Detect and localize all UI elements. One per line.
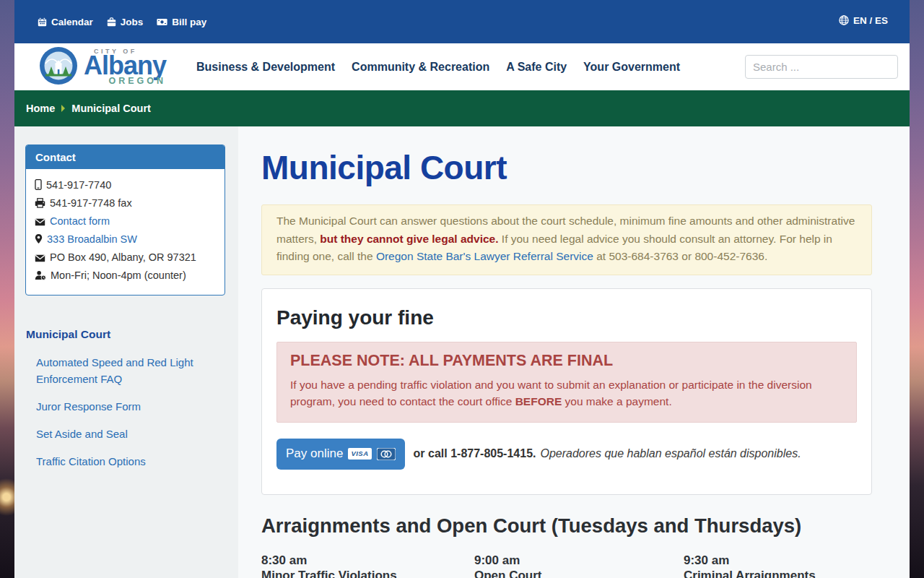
sidebar-item-automated-speed-faq[interactable]: Automated Speed and Red Light Enforcemen… — [36, 354, 208, 387]
pay-row: Pay online VISA or call 1-877-805-1415. … — [276, 439, 857, 470]
briefcase-icon — [107, 17, 116, 27]
fax-icon — [35, 197, 45, 213]
breadcrumb-home-link[interactable]: Home — [26, 103, 55, 114]
pay-phone-text: or call 1-877-805-1415. — [414, 447, 536, 460]
arraignments-heading: Arraignments and Open Court (Tuesdays an… — [261, 514, 872, 538]
slot-time: 8:30 am — [261, 553, 474, 568]
map-marker-icon — [35, 233, 43, 249]
sidebar-item-juror-response-form[interactable]: Juror Response Form — [36, 398, 208, 415]
mobile-phone-icon — [35, 178, 42, 195]
topbar-link-label: Jobs — [121, 17, 144, 27]
sidebar-item-set-aside-and-seal[interactable]: Set Aside and Seal — [36, 426, 208, 442]
topbar: Calendar Jobs Bill pay EN / ES — [14, 0, 910, 43]
logo-text: CITY OF Albany OREGON — [84, 48, 166, 86]
alert-body: If you have a pending traffic violation … — [290, 376, 843, 410]
notice-text: at 503-684-3763 or 800-452-7636. — [593, 250, 767, 262]
globe-icon — [839, 15, 849, 25]
nav-your-government[interactable]: Your Government — [583, 61, 680, 74]
topbar-link-jobs[interactable]: Jobs — [107, 17, 144, 27]
legal-notice: The Municipal Court can answer questions… — [261, 204, 872, 275]
alert-text: you make a payment. — [562, 395, 672, 407]
language-toggle[interactable]: EN / ES — [839, 15, 888, 26]
contact-fax: 541-917-7748 fax — [35, 195, 216, 213]
paying-fine-heading: Paying your fine — [276, 306, 857, 329]
contact-pobox-row: PO Box 490, Albany, OR 97321 — [35, 249, 216, 267]
logo-name: Albany — [84, 55, 166, 77]
sidebar-item-traffic-citation-options[interactable]: Traffic Citation Options — [36, 453, 208, 470]
visa-icon: VISA — [348, 448, 371, 460]
page-wrapper: Calendar Jobs Bill pay EN / ES — [14, 0, 910, 578]
albany-seal-icon — [39, 46, 78, 88]
language-label: EN / ES — [853, 15, 888, 26]
mastercard-icon — [377, 448, 396, 460]
breadcrumb-arrow-icon — [61, 105, 65, 112]
alert-title: PLEASE NOTE: ALL PAYMENTS ARE FINAL — [290, 352, 843, 370]
paying-fine-card: Paying your fine PLEASE NOTE: ALL PAYMEN… — [261, 288, 872, 495]
nav-community-recreation[interactable]: Community & Recreation — [352, 61, 489, 74]
contact-phone-text: 541-917-7740 — [46, 179, 111, 191]
envelope-icon — [35, 251, 45, 267]
bill-icon — [157, 17, 167, 27]
spanish-operators-text: Operadores que hablan español están disp… — [540, 447, 801, 460]
contact-form-row: Contact form — [35, 213, 216, 231]
court-schedule: 8:30 am Minor Traffic Violations 9:00 am… — [261, 553, 872, 578]
contact-card-title: Contact — [26, 145, 225, 169]
topbar-link-calendar[interactable]: Calendar — [38, 17, 93, 27]
contact-fax-text: 541-917-7748 fax — [50, 197, 132, 209]
nav-a-safe-city[interactable]: A Safe City — [506, 61, 567, 74]
schedule-slot: 8:30 am Minor Traffic Violations — [261, 553, 474, 578]
lawyer-referral-service-link[interactable]: Oregon State Bar's Lawyer Referral Servi… — [376, 250, 593, 262]
slot-label: Criminal Arraignments — [684, 568, 872, 578]
logo-state: OREGON — [108, 76, 166, 86]
main-nav: Business & Development Community & Recre… — [196, 61, 680, 74]
contact-address-row: 333 Broadalbin SW — [35, 231, 216, 249]
sidebar: Contact 541-917-7740 541-917-7748 fax — [14, 126, 238, 578]
contact-pobox-text: PO Box 490, Albany, OR 97321 — [50, 251, 196, 263]
contact-card: Contact 541-917-7740 541-917-7748 fax — [25, 144, 225, 296]
site-header: CITY OF Albany OREGON Business & Develop… — [14, 43, 910, 90]
contact-card-body: 541-917-7740 541-917-7748 fax Contact fo… — [26, 169, 225, 295]
street-address-link[interactable]: 333 Broadalbin SW — [47, 233, 137, 245]
pay-online-label: Pay online — [286, 447, 343, 461]
topbar-language: EN / ES — [839, 15, 888, 29]
contact-hours-row: Mon-Fri; Noon-4pm (counter) — [35, 267, 216, 285]
alert-bold-before: BEFORE — [515, 395, 562, 407]
nav-business-development[interactable]: Business & Development — [196, 61, 335, 74]
topbar-link-label: Bill pay — [172, 17, 206, 27]
schedule-slot: 9:30 am Criminal Arraignments — [684, 553, 872, 578]
sidebar-menu: Municipal Court Automated Speed and Red … — [26, 328, 227, 470]
notice-bold-warning: but they cannot give legal advice. — [320, 233, 498, 245]
site-logo[interactable]: CITY OF Albany OREGON — [39, 46, 166, 88]
breadcrumb: Home Municipal Court — [14, 90, 910, 126]
contact-form-link[interactable]: Contact form — [50, 215, 110, 227]
page-body: Contact 541-917-7740 541-917-7748 fax — [14, 126, 910, 578]
person-clock-icon — [35, 269, 46, 285]
topbar-links: Calendar Jobs Bill pay — [38, 17, 206, 27]
sidebar-item-municipal-court[interactable]: Municipal Court — [26, 328, 227, 341]
envelope-icon — [35, 215, 45, 231]
schedule-slot: 9:00 am Open Court — [474, 553, 684, 578]
slot-time: 9:00 am — [474, 553, 684, 568]
calendar-icon — [38, 17, 47, 27]
slot-label: Minor Traffic Violations — [261, 568, 474, 578]
payments-final-alert: PLEASE NOTE: ALL PAYMENTS ARE FINAL If y… — [276, 342, 857, 423]
topbar-link-label: Calendar — [51, 17, 93, 27]
search-input[interactable] — [745, 55, 898, 79]
topbar-link-bill-pay[interactable]: Bill pay — [157, 17, 206, 27]
page-title: Municipal Court — [261, 148, 872, 187]
main-content: Municipal Court The Municipal Court can … — [238, 126, 910, 578]
contact-phone: 541-917-7740 — [35, 177, 216, 195]
pay-online-button[interactable]: Pay online VISA — [276, 439, 405, 470]
contact-hours-text: Mon-Fri; Noon-4pm (counter) — [51, 269, 186, 281]
slot-time: 9:30 am — [684, 553, 872, 568]
slot-label: Open Court — [474, 568, 684, 578]
breadcrumb-current: Municipal Court — [71, 103, 151, 114]
